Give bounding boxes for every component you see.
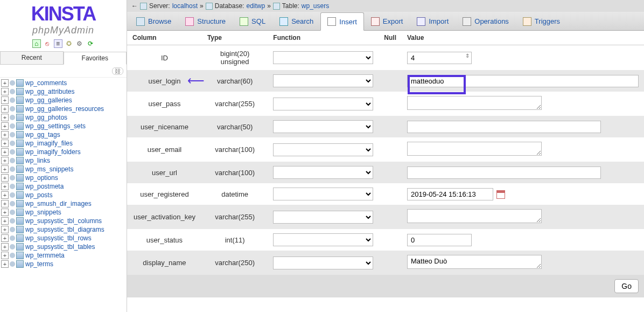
value-ID[interactable]: [407, 52, 472, 64]
tree-item-wp_terms[interactable]: +wp_terms: [1, 260, 124, 268]
function-select-user_registered[interactable]: [273, 188, 373, 200]
function-select-ID[interactable]: [273, 51, 373, 64]
breadcrumb: ← Server: localhost » Database: editwp »…: [127, 0, 644, 12]
value-user_url[interactable]: [407, 167, 601, 179]
docs-icon[interactable]: ≡: [54, 39, 62, 48]
tree-item-wp_supsystic_tbl_rows[interactable]: +wp_supsystic_tbl_rows: [1, 234, 124, 242]
tree-item-wp_supsystic_tbl_tables[interactable]: +wp_supsystic_tbl_tables: [1, 242, 124, 251]
expand-icon[interactable]: +: [1, 131, 9, 138]
expand-icon[interactable]: +: [1, 88, 9, 95]
tree-item-wp_imagify_files[interactable]: +wp_imagify_files: [1, 139, 124, 148]
tab-insert[interactable]: Insert: [320, 12, 364, 31]
table-link[interactable]: wp_users: [302, 2, 329, 10]
tree-item-wp_supsystic_tbl_columns[interactable]: +wp_supsystic_tbl_columns: [1, 217, 124, 225]
function-select-user_login[interactable]: [273, 74, 373, 87]
tree-label: wp_supsystic_tbl_tables: [25, 243, 95, 251]
link-icon[interactable]: ⛓: [112, 67, 123, 75]
breadcrumb-collapse-icon[interactable]: ←: [131, 2, 138, 10]
tab-recent[interactable]: Recent: [0, 51, 64, 64]
expand-icon[interactable]: +: [1, 217, 9, 225]
db-link[interactable]: editwp: [246, 2, 265, 10]
expand-icon[interactable]: +: [1, 114, 9, 121]
tree-item-wp_gg_photos[interactable]: +wp_gg_photos: [1, 113, 124, 122]
value-user_pass[interactable]: [407, 96, 542, 110]
tree-item-wp_options[interactable]: +wp_options: [1, 174, 124, 182]
function-select-user_activation_key[interactable]: [273, 211, 373, 224]
tab-operations[interactable]: Operations: [456, 12, 516, 30]
server-link[interactable]: localhost: [172, 2, 198, 10]
expand-icon[interactable]: +: [1, 96, 9, 104]
tree-item-wp_postmeta[interactable]: +wp_postmeta: [1, 182, 124, 191]
search-icon: [279, 17, 288, 26]
calendar-icon[interactable]: [496, 190, 505, 199]
expand-icon[interactable]: +: [1, 252, 9, 259]
bullet-icon: [10, 80, 15, 86]
tree-label: wp_imagify_files: [25, 140, 73, 147]
function-select-user_status[interactable]: [273, 233, 373, 246]
expand-icon[interactable]: +: [1, 79, 9, 87]
tree-item-wp_snippets[interactable]: +wp_snippets: [1, 208, 124, 217]
expand-icon[interactable]: +: [1, 260, 9, 268]
tab-import[interactable]: Import: [410, 12, 456, 30]
tree-item-wp_posts[interactable]: +wp_posts: [1, 191, 124, 199]
tree-item-wp_gg_galleries_resources[interactable]: +wp_gg_galleries_resources: [1, 105, 124, 113]
expand-icon[interactable]: +: [1, 165, 9, 173]
expand-icon[interactable]: +: [1, 105, 9, 113]
function-select-user_email[interactable]: [273, 143, 373, 156]
tree-item-wp_gg_attributes[interactable]: +wp_gg_attributes: [1, 87, 124, 96]
tree-item-wp_comments[interactable]: +wp_comments: [1, 79, 124, 87]
tab-triggers[interactable]: Triggers: [516, 12, 567, 30]
tab-sql[interactable]: SQL: [233, 12, 272, 30]
value-display_name[interactable]: Matteo Duò: [407, 255, 542, 269]
value-user_registered[interactable]: [407, 188, 493, 200]
tab-search[interactable]: Search: [272, 12, 320, 30]
expand-icon[interactable]: +: [1, 234, 9, 242]
value-user_status[interactable]: [407, 234, 472, 246]
tree-label: wp_options: [25, 174, 58, 182]
logout-icon[interactable]: ⎋: [43, 39, 52, 48]
value-user_nicename[interactable]: [407, 121, 601, 133]
tree-item-wp_termmeta[interactable]: +wp_termmeta: [1, 251, 124, 260]
tab-favorites[interactable]: Favorites: [64, 52, 127, 65]
reload-icon[interactable]: ⟳: [86, 39, 95, 48]
tab-browse[interactable]: Browse: [129, 12, 178, 30]
tree-item-wp_gg_galleries[interactable]: +wp_gg_galleries: [1, 96, 124, 105]
tree-label: wp_termmeta: [25, 252, 65, 259]
expand-icon[interactable]: +: [1, 200, 9, 207]
th-type: Type: [202, 31, 268, 45]
function-select-user_pass[interactable]: [273, 98, 373, 110]
home-icon[interactable]: ⌂: [32, 39, 41, 48]
export-icon: [371, 17, 380, 26]
tab-export[interactable]: Export: [364, 12, 410, 30]
expand-icon[interactable]: +: [1, 157, 9, 164]
go-button[interactable]: Go: [614, 279, 639, 293]
value-user_login[interactable]: [407, 75, 639, 87]
tree-item-wp_gg_tags[interactable]: +wp_gg_tags: [1, 130, 124, 139]
expand-icon[interactable]: +: [1, 209, 9, 216]
expand-icon[interactable]: +: [1, 122, 9, 130]
nav-icon[interactable]: ✪: [65, 39, 73, 48]
tree-item-wp_ms_snippets[interactable]: +wp_ms_snippets: [1, 165, 124, 174]
expand-icon[interactable]: +: [1, 243, 9, 251]
function-select-user_nicename[interactable]: [273, 120, 373, 133]
value-user_email[interactable]: [407, 142, 542, 156]
settings-icon[interactable]: ⚙: [75, 39, 84, 48]
expand-icon[interactable]: +: [1, 191, 9, 199]
expand-icon[interactable]: +: [1, 174, 9, 182]
tree-item-wp_smush_dir_images[interactable]: +wp_smush_dir_images: [1, 199, 124, 208]
tree-item-wp_links[interactable]: +wp_links: [1, 156, 124, 165]
expand-icon[interactable]: +: [1, 148, 9, 156]
tree-label: wp_terms: [25, 260, 53, 268]
expand-icon[interactable]: +: [1, 183, 9, 190]
function-select-user_url[interactable]: [273, 166, 373, 179]
tree-item-wp_imagify_folders[interactable]: +wp_imagify_folders: [1, 148, 124, 156]
table-icon: [16, 234, 24, 242]
tree-item-wp_gg_settings_sets[interactable]: +wp_gg_settings_sets: [1, 122, 124, 130]
expand-icon[interactable]: +: [1, 226, 9, 233]
tab-structure[interactable]: Structure: [178, 12, 233, 30]
tree-item-wp_supsystic_tbl_diagrams[interactable]: +wp_supsystic_tbl_diagrams: [1, 225, 124, 234]
function-select-display_name[interactable]: [273, 256, 373, 269]
value-user_activation_key[interactable]: [407, 209, 542, 223]
row-user_email: user_emailvarchar(100): [127, 137, 644, 162]
expand-icon[interactable]: +: [1, 140, 9, 147]
